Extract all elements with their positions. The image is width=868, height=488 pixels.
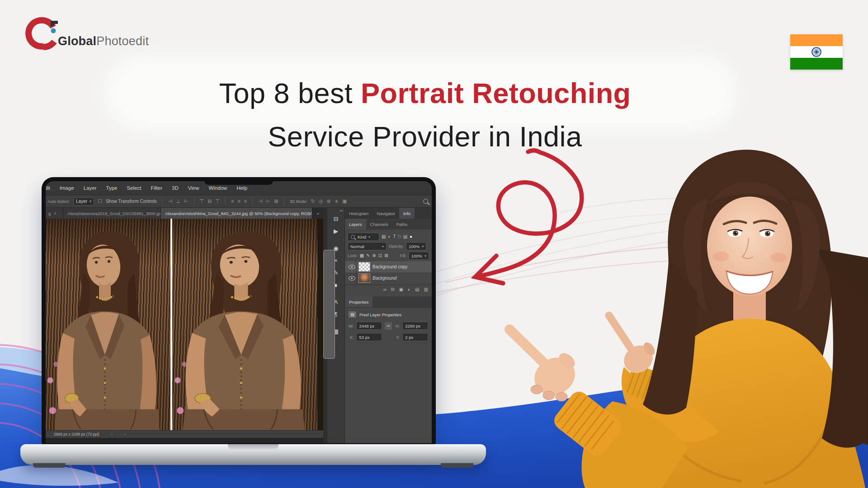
scrollbar-thumb[interactable] [324, 250, 335, 359]
canvas-column: g× AlenaStaverova2019_Good_DSC05891_3000… [46, 208, 323, 443]
status-prev-icon[interactable]: ‹ [124, 432, 126, 436]
align-left-edges-icon[interactable]: ⊣ [168, 199, 173, 204]
3d-scale-icon[interactable]: ▣ [342, 199, 347, 204]
history-panel-icon[interactable]: ⊟ [334, 216, 339, 222]
logo-text: GlobalPhotoedit [58, 34, 149, 48]
canvas-vertical-scrollbar[interactable] [323, 208, 327, 443]
distribute-right-icon[interactable]: ⊢ [266, 199, 271, 204]
layer-row-background-copy[interactable]: Background copy [345, 261, 432, 272]
menu-view[interactable]: View [188, 185, 199, 191]
layers-panel-tabs: Layers Channels Paths [345, 219, 432, 230]
filter-adjustment-layers-icon[interactable]: ◐ [388, 235, 391, 239]
menu-help[interactable]: Help [236, 185, 247, 191]
filter-toggle-icon[interactable]: ● [410, 235, 412, 239]
menu-window[interactable]: Window [208, 185, 227, 191]
layers-footer-toolbar: ∞ fx ▣ ◐ ▤ ▥ [345, 285, 432, 294]
adjustment-layer-icon[interactable]: ◐ [408, 287, 410, 292]
x-field[interactable]: 53 px [356, 333, 382, 341]
banner-stage: Top 8 best Portrait Retouching Service P… [0, 0, 868, 488]
link-dimensions-icon[interactable]: ∞ [385, 322, 392, 330]
filter-shape-layers-icon[interactable]: □ [398, 235, 401, 239]
menu-layer[interactable]: Layer [84, 185, 97, 191]
lock-image-pixels-icon[interactable]: ✎ [366, 253, 370, 258]
lock-all-icon[interactable]: ⊠ [384, 253, 388, 258]
tab-properties[interactable]: Properties [345, 296, 373, 307]
tab-info[interactable]: Info [399, 208, 415, 219]
distribute-horizontal-icon[interactable]: ⊞ [274, 199, 278, 204]
layer-thumbnail-transparent[interactable] [359, 263, 370, 271]
chevron-down-icon: ▾ [425, 254, 426, 258]
title-line-2: Service Provider in India [108, 115, 741, 158]
blend-mode-dropdown[interactable]: Normal▾ [348, 242, 387, 250]
3d-drag-icon[interactable]: ⊕ [326, 199, 330, 204]
fill-field[interactable]: 100%▾ [409, 252, 429, 260]
menu-image[interactable]: Image [60, 185, 74, 191]
tab-histogram[interactable]: Histogram [345, 208, 373, 219]
new-group-icon[interactable]: ▤ [415, 287, 419, 292]
tab-navigator[interactable]: Navigator [373, 208, 399, 219]
auto-select-dropdown[interactable]: Layer▾ [73, 197, 94, 206]
status-next-icon[interactable]: › [111, 432, 113, 436]
visibility-toggle[interactable] [348, 272, 356, 284]
show-transform-checkbox[interactable]: ☐ [98, 198, 102, 204]
align-vertical-centers-icon[interactable]: ⊥ [176, 199, 180, 204]
document-tab-2-active[interactable]: AlexandraVetoshkina_Good_IMG_3244.jpg @ … [161, 208, 312, 219]
height-field[interactable]: 2290 px [402, 322, 428, 330]
chevron-down-icon: ▾ [90, 199, 91, 203]
link-layers-icon[interactable]: ∞ [383, 287, 387, 292]
canvas-area[interactable] [46, 219, 323, 430]
filter-pixel-layers-icon[interactable]: ▧ [382, 235, 386, 239]
layer-row-background[interactable]: Background [345, 272, 432, 284]
actions-panel-icon[interactable]: ▶ [334, 228, 338, 234]
search-icon [351, 235, 355, 239]
tab-channels[interactable]: Channels [366, 219, 392, 230]
distribute-left-icon[interactable]: ⊣ [258, 199, 263, 204]
align-bottom-edges-icon[interactable]: ⊤ [215, 199, 220, 204]
paragraph-panel-icon[interactable]: ¶ [335, 311, 338, 317]
3d-roll-icon[interactable]: ◎ [319, 199, 323, 204]
layer-filter-dropdown[interactable]: Kind▾ [348, 233, 379, 241]
laptop-display: Edit Image Layer Type Select Filter 3D V… [46, 181, 432, 443]
delete-layer-icon[interactable]: ▥ [424, 287, 428, 292]
filter-type-layers-icon[interactable]: T [393, 235, 396, 239]
distribute-middle-icon[interactable]: ≡ [237, 199, 240, 204]
eye-icon [349, 265, 355, 269]
lock-position-icon[interactable]: ⊕ [372, 253, 376, 258]
visibility-toggle[interactable] [348, 261, 356, 272]
align-right-edges-icon[interactable]: ⊢ [184, 199, 189, 204]
opacity-field[interactable]: 100%▾ [406, 242, 426, 250]
menu-filter[interactable]: Filter [151, 185, 162, 191]
document-tab-1[interactable]: AlenaStaverova2019_Good_DSC05891_3000.jp… [63, 208, 161, 219]
3d-slide-icon[interactable]: ∗ [335, 199, 339, 204]
layer-thumbnail-photo[interactable] [359, 274, 370, 282]
distribute-top-icon[interactable]: ≡ [231, 199, 234, 204]
menu-3d[interactable]: 3D [172, 185, 179, 191]
filter-smart-objects-icon[interactable]: ▤ [403, 235, 407, 239]
lock-transparent-pixels-icon[interactable]: ▩ [360, 253, 364, 258]
tab-paths[interactable]: Paths [392, 219, 411, 230]
document-dimensions: 2666 px x 2298 px (72 ppi) [54, 432, 99, 436]
menu-type[interactable]: Type [106, 185, 118, 191]
right-panel-stack: Histogram Navigator Info Layers Channels… [344, 208, 432, 443]
properties-panel-body: ▨ Pixel Layer Properties W: 2448 px ∞ H:… [345, 307, 432, 443]
collapse-panels-icon[interactable]: «« [340, 209, 343, 213]
document-tab-partial[interactable]: g× [46, 208, 63, 219]
width-field[interactable]: 2448 px [356, 322, 382, 330]
lock-label: Lock: [348, 253, 358, 258]
layer-mask-icon[interactable]: ▣ [399, 287, 403, 292]
3d-rotate-icon[interactable]: ↻ [311, 199, 315, 204]
tab-layers[interactable]: Layers [345, 219, 366, 230]
lock-artboard-icon[interactable]: ⊡ [378, 253, 382, 258]
tab-overflow-button[interactable]: » [312, 208, 323, 219]
align-top-edges-icon[interactable]: ⊤ [200, 199, 204, 204]
layer-style-icon[interactable]: fx [391, 287, 395, 292]
close-icon[interactable]: × [54, 211, 57, 216]
align-middle-icon[interactable]: ⊟ [208, 199, 212, 204]
brushes-panel-icon[interactable]: × [334, 258, 338, 263]
menu-select[interactable]: Select [127, 185, 142, 191]
menu-edit[interactable]: Edit [46, 185, 50, 191]
distribute-bottom-icon[interactable]: ≡ [244, 199, 247, 204]
y-field[interactable]: 2 px [402, 333, 428, 341]
clone-source-panel-icon[interactable]: ∎ [334, 282, 338, 288]
search-icon[interactable] [423, 199, 428, 204]
